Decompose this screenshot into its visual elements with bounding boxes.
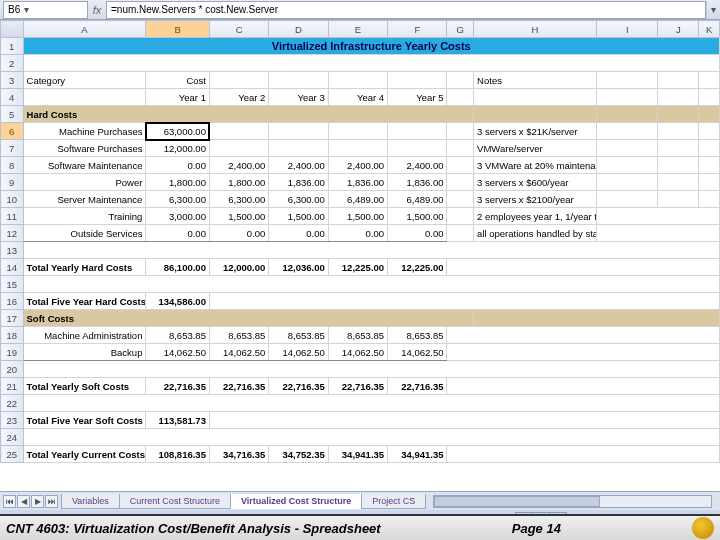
cell[interactable]: 22,716.35: [146, 378, 210, 395]
row-header[interactable]: 16: [1, 293, 24, 310]
cell[interactable]: [209, 123, 268, 140]
cell[interactable]: [388, 123, 447, 140]
cell[interactable]: 134,586.00: [146, 293, 210, 310]
cell[interactable]: [658, 72, 699, 89]
row-header[interactable]: 17: [1, 310, 24, 327]
row-header[interactable]: 8: [1, 157, 24, 174]
cell[interactable]: 0.00: [328, 225, 387, 242]
cell[interactable]: 1,500.00: [269, 208, 328, 225]
row-header[interactable]: 1: [1, 38, 24, 55]
cell[interactable]: [597, 225, 720, 242]
row-header[interactable]: 12: [1, 225, 24, 242]
cell[interactable]: 1,800.00: [209, 174, 268, 191]
tab-project-cs[interactable]: Project CS: [361, 494, 426, 509]
cell[interactable]: [209, 412, 719, 429]
cell[interactable]: 6,300.00: [209, 191, 268, 208]
cell[interactable]: [447, 208, 474, 225]
cell[interactable]: 6,300.00: [146, 191, 210, 208]
cell[interactable]: Total Yearly Soft Costs: [23, 378, 146, 395]
cell[interactable]: 108,816.35: [146, 446, 210, 463]
cell[interactable]: 6,489.00: [328, 191, 387, 208]
cell[interactable]: 2,400.00: [209, 157, 268, 174]
cell[interactable]: Year 2: [209, 89, 268, 106]
cell[interactable]: 1,500.00: [388, 208, 447, 225]
cell[interactable]: [447, 89, 474, 106]
cell[interactable]: [447, 72, 474, 89]
cell[interactable]: Year 1: [146, 89, 210, 106]
cell[interactable]: [597, 89, 658, 106]
cell[interactable]: [23, 242, 719, 259]
cell[interactable]: 2,400.00: [328, 157, 387, 174]
row-header[interactable]: 20: [1, 361, 24, 378]
tab-current-cost[interactable]: Current Cost Structure: [119, 494, 231, 509]
cell[interactable]: Power: [23, 174, 146, 191]
row-header[interactable]: 9: [1, 174, 24, 191]
cell[interactable]: 1,500.00: [209, 208, 268, 225]
cell[interactable]: 12,036.00: [269, 259, 328, 276]
formula-expand-icon[interactable]: ▾: [706, 1, 720, 19]
cell[interactable]: 0.00: [146, 157, 210, 174]
tab-first-icon[interactable]: ⏮: [3, 495, 16, 508]
cell[interactable]: [658, 89, 699, 106]
cell[interactable]: Notes: [474, 72, 597, 89]
col-header-c[interactable]: C: [209, 21, 268, 38]
col-header-g[interactable]: G: [447, 21, 474, 38]
cell[interactable]: 22,716.35: [209, 378, 268, 395]
cell[interactable]: [269, 72, 328, 89]
cell[interactable]: [658, 106, 699, 123]
row-header[interactable]: 22: [1, 395, 24, 412]
row-header[interactable]: 4: [1, 89, 24, 106]
cell[interactable]: 14,062.50: [209, 344, 268, 361]
cell[interactable]: 14,062.50: [146, 344, 210, 361]
scrollbar-thumb[interactable]: [434, 496, 600, 507]
cell[interactable]: 2 employees year 1, 1/year thereafter: [474, 208, 597, 225]
cell[interactable]: [447, 191, 474, 208]
cell[interactable]: 86,100.00: [146, 259, 210, 276]
cell[interactable]: [474, 89, 597, 106]
cell[interactable]: 0.00: [209, 225, 268, 242]
cell[interactable]: 3 servers x $2100/year: [474, 191, 597, 208]
cell[interactable]: 113,581.73: [146, 412, 210, 429]
cell[interactable]: [23, 361, 719, 378]
row-header[interactable]: 3: [1, 72, 24, 89]
active-cell[interactable]: 63,000.00: [146, 123, 210, 140]
cell[interactable]: 1,836.00: [328, 174, 387, 191]
cell[interactable]: 3 VMWare at 20% maintenance: [474, 157, 597, 174]
cell[interactable]: [447, 157, 474, 174]
cell[interactable]: Total Five Year Soft Costs =: [23, 412, 146, 429]
cell[interactable]: [699, 191, 720, 208]
cell[interactable]: Machine Administration: [23, 327, 146, 344]
select-all-corner[interactable]: [1, 21, 24, 38]
tab-variables[interactable]: Variables: [61, 494, 120, 509]
cell[interactable]: [328, 140, 387, 157]
name-box[interactable]: B6 ▾: [3, 1, 88, 19]
cell[interactable]: [658, 157, 699, 174]
cell[interactable]: Software Purchases: [23, 140, 146, 157]
cell[interactable]: 34,716.35: [209, 446, 268, 463]
cell[interactable]: 6,300.00: [269, 191, 328, 208]
row-header[interactable]: 10: [1, 191, 24, 208]
cell[interactable]: 34,941.35: [328, 446, 387, 463]
cell[interactable]: 0.00: [388, 225, 447, 242]
formula-input[interactable]: =num.New.Servers * cost.New.Server: [106, 1, 706, 19]
cell[interactable]: Total Yearly Hard Costs: [23, 259, 146, 276]
cell[interactable]: 0.00: [269, 225, 328, 242]
cell[interactable]: all operations handled by staff: [474, 225, 597, 242]
cell[interactable]: Software Maintenance: [23, 157, 146, 174]
cell[interactable]: Total Five Year Hard Costs =: [23, 293, 146, 310]
cell[interactable]: 8,653.85: [269, 327, 328, 344]
cell[interactable]: [658, 174, 699, 191]
row-header[interactable]: 2: [1, 55, 24, 72]
col-header-k[interactable]: K: [699, 21, 720, 38]
cell[interactable]: 14,062.50: [388, 344, 447, 361]
cell[interactable]: [23, 89, 146, 106]
cell[interactable]: [474, 310, 720, 327]
col-header-f[interactable]: F: [388, 21, 447, 38]
cell[interactable]: [447, 140, 474, 157]
cell[interactable]: 1,800.00: [146, 174, 210, 191]
row-header[interactable]: 23: [1, 412, 24, 429]
cell[interactable]: 3 servers x $21K/server: [474, 123, 597, 140]
cell[interactable]: 2,400.00: [388, 157, 447, 174]
cell[interactable]: [699, 72, 720, 89]
cell[interactable]: Machine Purchases: [23, 123, 146, 140]
